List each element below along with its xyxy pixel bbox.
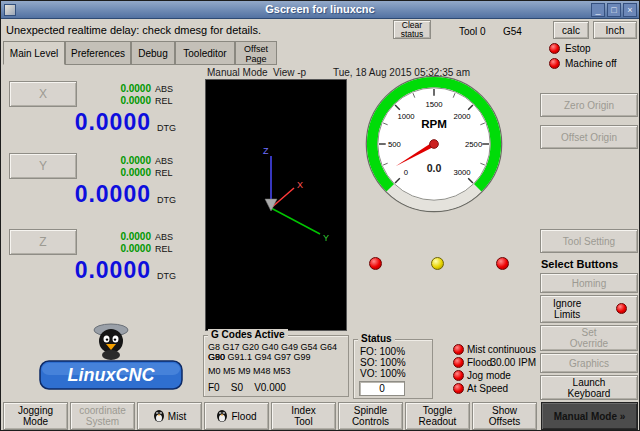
maximize-button[interactable]: □ <box>607 3 621 17</box>
tab-debug[interactable]: Debug <box>131 41 175 65</box>
machine-off-led <box>549 58 560 69</box>
svg-text:3000: 3000 <box>453 168 470 177</box>
tab-offset-page[interactable]: Offset Page <box>235 41 277 65</box>
flood-button[interactable]: Flood <box>204 402 269 430</box>
gcodes-line2: G90 G91.1 G94 G97 G99 <box>208 352 311 362</box>
limit-z-led <box>496 257 509 270</box>
spindle-override-readout: SO: 100% <box>360 357 406 368</box>
gauge-title: RPM <box>421 118 447 130</box>
coordinate-system-button[interactable]: coordinate System <box>70 402 135 430</box>
x-dtg-label: DTG <box>157 123 176 133</box>
y-rel-label: REL <box>155 168 173 178</box>
select-buttons-label: Select Buttons <box>541 258 618 270</box>
feed-override-readout: FO: 100% <box>360 346 405 357</box>
ignore-limits-led <box>616 303 627 314</box>
mist-led <box>453 344 464 355</box>
z-abs-readout: 0.0000 <box>89 231 151 242</box>
mist-button-label: Mist <box>168 411 186 422</box>
svg-text:1000: 1000 <box>397 112 414 121</box>
axis-y-button[interactable]: Y <box>9 153 77 179</box>
svg-text:0: 0 <box>404 168 408 177</box>
rpm-gauge: 0 500 1000 1500 2000 2500 3000 RPM 0.0 <box>364 74 504 214</box>
axis-x-button[interactable]: X <box>9 81 77 107</box>
svg-text:Z: Z <box>263 146 269 156</box>
penguin-icon <box>153 408 165 424</box>
launch-keyboard-button[interactable]: Launch Keyboard <box>540 375 638 400</box>
y-dtg-label: DTG <box>157 195 176 205</box>
y-rel-readout: 0.0000 <box>89 167 151 178</box>
estop-led <box>549 43 560 54</box>
units-toggle-button[interactable]: Inch <box>593 21 637 39</box>
at-speed-label: At Speed <box>467 383 508 394</box>
fast-forward-icon: » <box>620 411 626 422</box>
x-rel-readout: 0.0000 <box>89 95 151 106</box>
x-rel-label: REL <box>155 96 173 106</box>
y-abs-label: ABS <box>155 156 173 166</box>
svg-text:2000: 2000 <box>453 112 470 121</box>
limit-x-led <box>369 257 382 270</box>
titlebar: Gscreen for linuxcnc _ □ × <box>1 1 639 19</box>
mist-button[interactable]: Mist <box>137 402 202 430</box>
view-header: View -p <box>273 67 306 78</box>
window-title: Gscreen for linuxcnc <box>1 3 639 15</box>
z-dtg-readout: 0.0000 <box>16 257 151 284</box>
svg-text:500: 500 <box>388 140 401 149</box>
graphics-button[interactable]: Graphics <box>540 353 638 373</box>
mode-cycle-label: Manual Mode <box>554 411 617 422</box>
mode-cycle-button[interactable]: Manual Mode » <box>541 402 638 430</box>
status-title: Status <box>358 333 395 344</box>
set-override-button[interactable]: Set Override <box>540 325 638 351</box>
svg-text:Y: Y <box>323 233 329 243</box>
close-button[interactable]: × <box>623 3 637 17</box>
status-frame: Status FO: 100% SO: 100% VO: 100% 0 <box>353 339 433 399</box>
minimize-button[interactable]: _ <box>591 3 605 17</box>
gcodes-title: G Codes Active <box>208 329 288 340</box>
estop-button[interactable]: Estop <box>565 43 591 54</box>
tab-tooleditor[interactable]: Tooleditor <box>175 41 235 65</box>
jog-mode-label: Jog mode <box>467 370 511 381</box>
tab-preferences[interactable]: Preferences <box>65 41 131 65</box>
jog-mode-led <box>453 370 464 381</box>
z-rel-readout: 0.0000 <box>89 243 151 254</box>
z-dtg-label: DTG <box>157 271 176 281</box>
axes-graphic: Z X Y <box>206 80 346 330</box>
calc-button[interactable]: calc <box>553 21 589 39</box>
gauge-value: 0.0 <box>427 162 442 174</box>
x-abs-readout: 0.0000 <box>89 83 151 94</box>
flood-led <box>453 357 464 368</box>
machine-off-button[interactable]: Machine off <box>565 58 617 69</box>
linuxcnc-logo: LinuxCNC <box>36 317 186 397</box>
gremlin-3d-view[interactable]: Z X Y <box>205 79 347 331</box>
zero-origin-button[interactable]: Zero Origin <box>540 93 638 117</box>
coord-system-label: G54 <box>503 26 522 37</box>
toggle-readout-button[interactable]: Toggle Readout <box>405 402 470 430</box>
svg-text:X: X <box>297 180 303 190</box>
spindle-controls-button[interactable]: Spindle Controls <box>338 402 403 430</box>
clear-status-button[interactable]: Clear status <box>393 20 431 39</box>
homing-button[interactable]: Homing <box>540 273 638 293</box>
jog-mode-value: continuous <box>481 344 536 355</box>
index-tool-button[interactable]: Index Tool <box>271 402 336 430</box>
alert-message: Unexpected realtime delay: check dmesg f… <box>6 24 261 36</box>
tool-label: Tool 0 <box>459 26 486 37</box>
logo-text: LinuxCNC <box>68 365 156 385</box>
jogging-mode-button[interactable]: Jogging Mode <box>3 402 68 430</box>
mode-header: Manual Mode <box>207 67 268 78</box>
limit-y-led <box>431 257 444 270</box>
mcodes-line: M0 M5 M9 M48 M53 <box>208 366 291 376</box>
gscreen-window: Gscreen for linuxcnc _ □ × Unexpected re… <box>0 0 640 431</box>
x-abs-label: ABS <box>155 84 173 94</box>
x-dtg-readout: 0.0000 <box>16 109 151 136</box>
offset-origin-button[interactable]: Offset Origin <box>540 125 638 149</box>
gcodes-frame: G Codes Active G8 G17 G20 G40 G49 G54 G6… <box>203 335 349 397</box>
override-spinbox[interactable]: 0 <box>359 381 405 396</box>
tab-main-level[interactable]: Main Level <box>3 41 65 65</box>
show-offsets-button[interactable]: Show Offsets <box>472 402 537 430</box>
axis-z-button[interactable]: Z <box>9 229 77 255</box>
velocity-override-readout: VO: 100% <box>360 368 406 379</box>
feed-speed-line: F0 S0 V0.000 <box>208 382 286 393</box>
y-dtg-readout: 0.0000 <box>16 181 151 208</box>
svg-text:1500: 1500 <box>425 100 442 109</box>
z-abs-label: ABS <box>155 232 173 242</box>
tool-setting-button[interactable]: Tool Setting <box>540 229 638 253</box>
